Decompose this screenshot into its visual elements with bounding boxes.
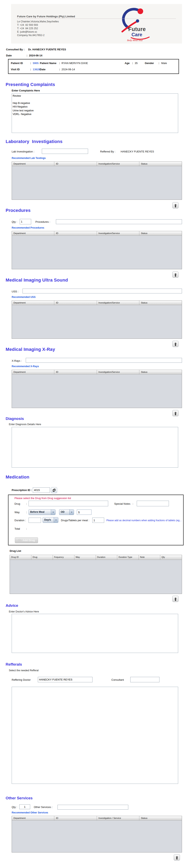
- visit-date-colon: :: [27, 54, 27, 57]
- section-title-presenting-complaints: Presenting Complaints: [6, 82, 55, 87]
- way-qty-input[interactable]: [77, 509, 91, 515]
- colon: :: [30, 68, 31, 71]
- column-header-investigation: Investigation/Service: [97, 231, 139, 236]
- clear-uss-table-button[interactable]: [172, 341, 179, 347]
- column-header-id: ID: [54, 370, 97, 374]
- gender-label: Gender: [145, 62, 154, 65]
- recommended-uss-link[interactable]: Recommended USS: [12, 296, 36, 299]
- consultation-page: Future Care by Future Holdings (Pty) Lim…: [0, 0, 187, 868]
- referral-list-box[interactable]: [12, 687, 178, 784]
- clear-lab-table-button[interactable]: [172, 202, 179, 209]
- colon: :: [30, 62, 31, 65]
- clear-xray-table-button[interactable]: [172, 410, 179, 416]
- date-label: Date: [40, 68, 45, 71]
- xray-table-header: Department ID Investigation/Service Stat…: [12, 370, 182, 374]
- way-dropdown-value: Before Meal: [29, 509, 51, 515]
- drug-entry-panel: Please select the Drug from Drug suggess…: [8, 495, 184, 546]
- procedures-table: Department ID Investigation/Service Stat…: [12, 231, 182, 269]
- xray-input[interactable]: [26, 358, 182, 363]
- prescription-id-input[interactable]: [33, 487, 50, 493]
- visit-id-label: Visit ID: [11, 68, 20, 71]
- consultant-input[interactable]: [130, 677, 159, 682]
- complaints-textarea[interactable]: Review Hep B-negative HIV-Negativo Urine…: [12, 93, 178, 133]
- other-qty-input[interactable]: [19, 804, 30, 809]
- xray-table-body: [12, 374, 182, 408]
- recommended-procedures-link[interactable]: Recommended Procedures: [12, 226, 44, 229]
- plus-circle-icon: [18, 539, 21, 542]
- column-header-investigation: Investigation/Service: [97, 301, 139, 305]
- way-dropdown[interactable]: Before Meal ▼: [29, 509, 55, 515]
- column-header-way: Way: [74, 555, 96, 560]
- lab-referred-by-value: HANECKY FUENTE REYES: [121, 150, 154, 153]
- other-services-table-header: Department ID Investigation / Service St…: [12, 816, 182, 820]
- frequency-dropdown[interactable]: OD ▼: [59, 509, 74, 515]
- chevron-down-icon: ▼: [69, 509, 74, 515]
- clear-drug-list-button[interactable]: [172, 596, 179, 602]
- column-header-note: Note: [139, 555, 160, 560]
- section-title-xray: Medical Imaging X-Ray: [6, 347, 55, 352]
- column-header-department: Department: [12, 162, 54, 166]
- drug-list-table: Drug ID Drug Fequency Way Duration Durat…: [10, 555, 182, 594]
- consulted-by-value: Dr. HANECKY FUENTE REYES: [28, 48, 66, 51]
- drug-input[interactable]: [29, 501, 108, 506]
- advice-textarea[interactable]: [12, 614, 178, 653]
- colon: :: [158, 62, 159, 65]
- colon: :: [132, 62, 133, 65]
- column-header-id: ID: [54, 231, 97, 236]
- procedures-table-body: [12, 236, 182, 269]
- logo-word-care: Care: [132, 32, 142, 37]
- column-header-duration: Duration: [96, 555, 117, 560]
- lab-investigation-input[interactable]: [42, 149, 88, 154]
- total-label: Total: [14, 527, 20, 530]
- column-header-status: Status: [139, 231, 182, 236]
- visit-date-value: 2024-06-14: [29, 54, 42, 57]
- recommended-lab-testings-link[interactable]: Recommended Lab Testings: [12, 157, 46, 159]
- per-meal-input[interactable]: [92, 518, 104, 523]
- refresh-prescription-button[interactable]: [51, 487, 57, 493]
- column-header-drug-id: Drug ID: [10, 555, 31, 560]
- other-services-input[interactable]: [58, 805, 128, 810]
- age-value: 35: [135, 62, 138, 65]
- company-phone-2: T: +24 84 225 252: [17, 27, 38, 30]
- lab-referred-by-label: Reffered By :: [100, 150, 115, 153]
- clear-other-services-button[interactable]: [174, 854, 180, 861]
- uss-table-header: Department ID Investigation/Service Stat…: [12, 301, 182, 305]
- column-header-duration-type: Duration Type: [117, 555, 139, 560]
- complaints-label: Enter Complaints Here: [12, 89, 40, 92]
- fraction-note: Please add as decimal numbers when addin…: [106, 519, 183, 522]
- section-title-procedures: Procedures: [6, 208, 31, 213]
- column-header-status: Status: [139, 816, 182, 820]
- procedures-input[interactable]: [56, 219, 182, 224]
- recommended-other-services-link[interactable]: Recommended Other Services: [12, 811, 48, 814]
- column-header-drug: Drug: [31, 555, 53, 560]
- recommended-xray-link[interactable]: Recommended X-Rays: [12, 365, 39, 368]
- colon: :: [59, 68, 60, 71]
- referrals-label: Select the needed Refferal: [9, 669, 39, 672]
- section-title-laboratory: Laboratory Investigations: [6, 139, 63, 144]
- procedures-label: Procedures :: [35, 220, 50, 223]
- special-notes-input[interactable]: [137, 501, 169, 506]
- column-header-frequency: Fequency: [53, 555, 74, 560]
- refresh-icon: [52, 488, 56, 492]
- add-drug-button[interactable]: Add Drug: [15, 537, 38, 543]
- uss-input[interactable]: [23, 288, 182, 293]
- consulted-by-label: Consulted By :: [6, 48, 25, 51]
- column-header-status: Status: [139, 301, 182, 305]
- chevron-down-icon: ▼: [51, 509, 55, 515]
- duration-unit-dropdown[interactable]: Day/s ▼: [43, 517, 58, 523]
- colon: :: [26, 511, 27, 514]
- clear-procedures-table-button[interactable]: [172, 272, 179, 278]
- lab-investigation-label: Lab Investingation :: [12, 150, 34, 153]
- diagnosis-textarea[interactable]: [12, 427, 178, 468]
- lab-results-table: Department ID Investigation/Service Stat…: [12, 161, 182, 200]
- lab-table-body: [12, 166, 182, 200]
- column-header-investigation: Investigation/Service: [97, 162, 139, 166]
- procedures-qty-input[interactable]: [20, 219, 31, 224]
- drug-suggestion-warning: Please select the Drug from Drug suggess…: [14, 497, 71, 500]
- drug-list-body: [10, 560, 182, 594]
- duration-input[interactable]: [29, 518, 41, 523]
- referring-doctor-input[interactable]: [38, 677, 92, 682]
- other-services-table: Department ID Investigation / Service St…: [12, 816, 182, 852]
- advice-label: Enter Doctor's Advice Here: [9, 610, 39, 613]
- way-label: Way: [14, 511, 20, 514]
